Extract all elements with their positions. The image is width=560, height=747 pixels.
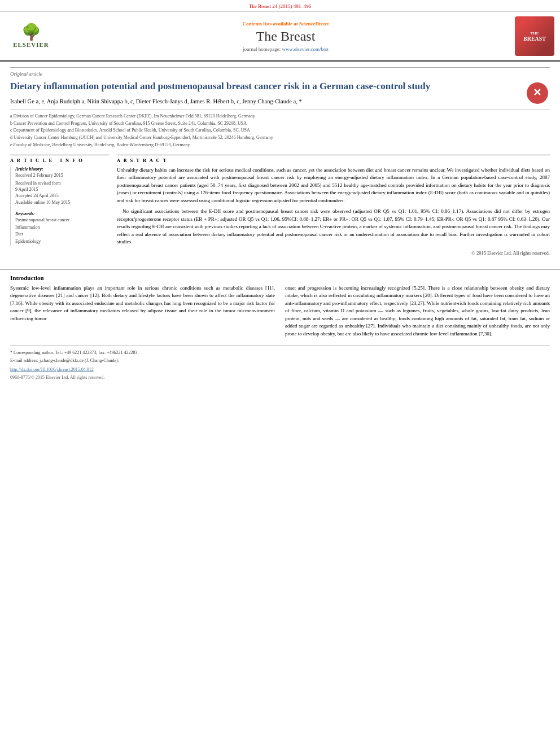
elsevier-logo: 🌳 ELSEVIER: [6, 24, 56, 48]
page-wrapper: The Breast 24 (2015) 491–496 🌳 ELSEVIER …: [0, 0, 560, 387]
corresponding-author: * Corresponding author. Tel.: +49 6221 4…: [10, 350, 550, 356]
affiliation-d: d University Cancer Center Hamburg (UCCH…: [10, 134, 550, 142]
journal-center: Contents lists available at ScienceDirec…: [56, 21, 515, 52]
crossmark-icon: ✕: [527, 82, 548, 104]
abstract-heading: A B S T R A C T: [117, 155, 550, 163]
abstract-text: Unhealthy dietary habits can increase th…: [117, 167, 550, 257]
crossmark-badge[interactable]: ✕: [524, 80, 550, 106]
science-direct-brand[interactable]: ScienceDirect: [299, 21, 329, 27]
keyword-3: Epidemiology: [15, 238, 109, 246]
article-info-heading: A R T I C L E I N F O: [10, 155, 109, 163]
available-date: Available online 16 May 2015: [15, 199, 109, 206]
keyword-2: Diet: [15, 231, 109, 238]
section-divider: [0, 269, 560, 270]
affiliation-c: c Department of Epidemiology and Biostat…: [10, 127, 550, 134]
authors-list: Isabell Ge a, e, Anja Rudolph a, Nitin S…: [10, 97, 550, 106]
article-type: Original article: [10, 67, 550, 77]
abstract-para-2: No significant associations between the …: [117, 208, 550, 246]
issn-line: 0960-9776/© 2015 Elsevier Ltd. All right…: [10, 374, 550, 381]
elsevier-label: ELSEVIER: [13, 41, 49, 48]
elsevier-tree-icon: 🌳: [21, 24, 41, 40]
history-label: Article history:: [15, 167, 109, 172]
abstract-col: A B S T R A C T Unhealthy dietary habits…: [117, 155, 550, 257]
science-direct-link: Contents lists available at ScienceDirec…: [62, 21, 509, 27]
introduction-columns: Systemic low-level inflammation plays an…: [10, 285, 550, 342]
article-title: Dietary inflammation potential and postm…: [10, 80, 550, 93]
journal-header: 🌳 ELSEVIER Contents lists available at S…: [0, 12, 560, 62]
doi-link[interactable]: http://dx.doi.org/10.1016/j.breast.2015.…: [10, 366, 550, 373]
intro-left-para-1: Systemic low-level inflammation plays an…: [10, 285, 275, 323]
article-content: Original article Dietary inflammation po…: [0, 62, 560, 263]
keyword-1: Inflammation: [15, 224, 109, 231]
affiliations-list: a Division of Cancer Epidemiology, Germa…: [10, 109, 550, 149]
keywords-list: Postmenopausal breast cancer Inflammatio…: [15, 217, 109, 246]
accepted-date: Accepted 24 April 2015: [15, 193, 109, 199]
intro-right-col: onset and progression is becoming increa…: [285, 285, 550, 342]
affiliation-b: b Cancer Prevention and Control Program,…: [10, 120, 550, 128]
abstract-copyright: © 2015 Elsevier Ltd. All rights reserved…: [117, 250, 550, 257]
keyword-0: Postmenopausal breast cancer: [15, 217, 109, 224]
intro-left-col: Systemic low-level inflammation plays an…: [10, 285, 275, 342]
journal-homepage-link[interactable]: www.elsevier.com/brst: [282, 46, 329, 52]
intro-right-para-1: onset and progression is becoming increa…: [285, 285, 550, 338]
abstract-para-1: Unhealthy dietary habits can increase th…: [117, 167, 550, 205]
affiliation-a: a Division of Cancer Epidemiology, Germa…: [10, 113, 550, 120]
breast-journal-logo: THE BREAST: [515, 16, 554, 56]
citation-text: The Breast 24 (2015) 491–496: [249, 3, 311, 9]
email-address: E-mail address: j.chang-claude@dkfz.de (…: [10, 357, 550, 364]
article-info-block: Article history: Received 2 February 201…: [10, 167, 109, 246]
article-info-col: A R T I C L E I N F O Article history: R…: [10, 155, 109, 257]
introduction-heading: Introduction: [10, 274, 550, 281]
keywords-label: Keywords:: [15, 211, 109, 216]
introduction-area: Introduction Systemic low-level inflamma…: [0, 274, 560, 387]
affiliation-e: e Faculty of Medicine, Heidelberg Univer…: [10, 142, 550, 149]
received-date: Received 2 February 2015: [15, 172, 109, 178]
journal-citation: The Breast 24 (2015) 491–496: [0, 0, 560, 12]
revised-block: Received in revised form9 April 2015: [15, 180, 109, 193]
info-abstract-row: A R T I C L E I N F O Article history: R…: [10, 155, 550, 257]
journal-title: The Breast: [62, 29, 509, 44]
footnote-area: * Corresponding author. Tel.: +49 6221 4…: [10, 346, 550, 381]
journal-homepage: journal homepage: www.elsevier.com/brst: [62, 46, 509, 52]
